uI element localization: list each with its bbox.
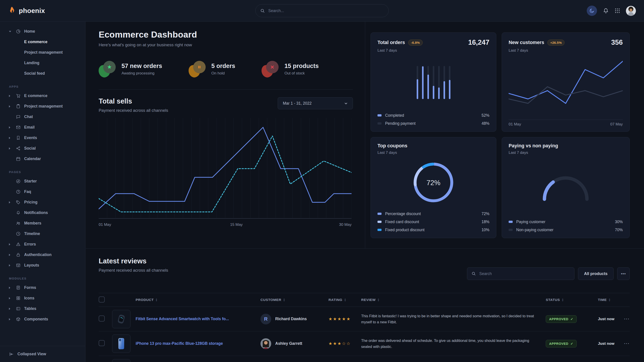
legend-swatch xyxy=(508,229,513,231)
legend-swatch xyxy=(378,213,382,215)
product-link[interactable]: iPhone 13 pro max-Pacific Blue-128GB sto… xyxy=(136,341,223,346)
sort-icon: ▲▼ xyxy=(608,298,611,302)
sidebar-subitem-social-feed[interactable]: Social feed xyxy=(0,68,85,79)
product-thumbnail[interactable] xyxy=(112,359,130,362)
sidebar-item-layouts[interactable]: Layouts xyxy=(0,260,85,271)
column-header-rating[interactable]: RATING▲▼ xyxy=(328,298,361,302)
collapse-sidebar-button[interactable]: Collapsed View xyxy=(0,346,85,362)
sidebar-item-e-commerce[interactable]: E commerce xyxy=(0,90,85,101)
column-header-time[interactable]: TIME▲▼ xyxy=(598,298,630,302)
sidebar-item-authentication[interactable]: Authentication xyxy=(0,250,85,260)
legend-label: Non-paying customer xyxy=(516,228,553,232)
more-options-button[interactable]: ••• xyxy=(617,267,630,280)
sidebar-item-members[interactable]: Members xyxy=(0,218,85,229)
sort-icon: ▲▼ xyxy=(378,298,380,302)
sidebar-item-label: Authentication xyxy=(24,252,52,257)
sidebar-section-label: APPS xyxy=(9,85,85,88)
logo[interactable]: phoenix xyxy=(8,6,45,15)
email-icon xyxy=(15,125,22,130)
sidebar-item-errors[interactable]: Errors xyxy=(0,239,85,250)
stat-value: 57 new orders xyxy=(122,63,162,69)
column-header-status[interactable]: STATUS▲▼ xyxy=(546,298,598,302)
new-customers-chart xyxy=(508,53,623,117)
app-screen: phoenix HomeE commerceProject management… xyxy=(0,0,644,362)
sidebar-item-components[interactable]: Components xyxy=(0,314,85,325)
navbar-actions xyxy=(587,5,636,16)
caret-right-icon xyxy=(9,137,15,139)
product-thumbnail[interactable] xyxy=(112,335,130,353)
sidebar-item-icons[interactable]: Icons xyxy=(0,293,85,304)
sidebar-subitem-project-management[interactable]: Project management xyxy=(0,47,85,58)
card-value: 16,247 xyxy=(468,38,490,46)
product-thumbnail[interactable] xyxy=(112,310,130,328)
card-value: 356 xyxy=(611,38,623,46)
notifications-button[interactable] xyxy=(603,8,609,14)
stats-row: 57 new ordersAwating processing5 ordersO… xyxy=(99,61,353,77)
sidebar-subitems: E commerceProject managementLandingSocia… xyxy=(0,37,85,79)
status-badge: APPROVED✓ xyxy=(546,340,577,348)
sidebar-item-starter[interactable]: Starter xyxy=(0,176,85,186)
row-menu-button[interactable]: ··· xyxy=(624,317,630,322)
sidebar-item-social[interactable]: Social xyxy=(0,143,85,154)
sidebar-subitem-landing[interactable]: Landing xyxy=(0,58,85,68)
sidebar-item-chat[interactable]: Chat xyxy=(0,112,85,122)
theme-toggle-button[interactable] xyxy=(587,5,597,16)
reviews-search-input[interactable] xyxy=(479,271,570,276)
calendar-icon xyxy=(15,156,22,161)
sidebar-item-project-management[interactable]: Project management xyxy=(0,101,85,112)
sidebar-subitem-label: Project management xyxy=(24,50,63,55)
sidebar-item-calendar[interactable]: Calendar xyxy=(0,154,85,164)
total-sells-chart xyxy=(99,118,353,220)
legend-item-non-paying-customer: Non-paying customer70% xyxy=(508,227,623,233)
search-input[interactable] xyxy=(268,8,384,13)
review-text: This Fitbit is fantastic! I was trying t… xyxy=(361,313,546,325)
sidebar-item-timeline[interactable]: Timeline xyxy=(0,229,85,239)
rating-stars: ★★★☆☆ xyxy=(328,341,361,346)
top-coupons-card: Top coupons Last 7 days 72% Percentage d… xyxy=(370,137,496,238)
collapse-icon xyxy=(9,352,14,357)
column-header-review[interactable]: REVIEW▲▼ xyxy=(361,298,546,302)
global-search[interactable] xyxy=(255,4,389,17)
apps-grid-icon[interactable] xyxy=(615,8,620,13)
legend-value: 30% xyxy=(615,220,623,224)
sidebar-item-pricing[interactable]: Pricing xyxy=(0,197,85,208)
legend-item-fixed-product-discount: Fixed product discount10% xyxy=(378,227,490,233)
column-header-customer[interactable]: CUSTOMER▲▼ xyxy=(260,298,328,302)
row-checkbox[interactable] xyxy=(99,316,105,322)
sidebar-item-notifications[interactable]: Notifications xyxy=(0,208,85,218)
sidebar-item-events[interactable]: Events xyxy=(0,133,85,143)
caret-right-icon xyxy=(9,318,15,321)
legend-value: 18% xyxy=(482,220,490,224)
x-label: 07 May xyxy=(610,122,623,127)
product-link[interactable]: Fitbit Sense Advanced Smartwatch with To… xyxy=(136,317,229,321)
sidebar-item-label: Email xyxy=(24,125,35,130)
column-header-product[interactable]: PRODUCT▲▼ xyxy=(136,298,260,302)
customer-avatar xyxy=(260,338,271,349)
sidebar-item-forms[interactable]: Forms xyxy=(0,282,85,293)
sidebar-item-home[interactable]: Home xyxy=(0,26,85,37)
stat-sublabel: Out of stock xyxy=(284,71,319,76)
sidebar-item-email[interactable]: Email xyxy=(0,122,85,133)
new-customers-card: New customers +26.5% 356 Last 7 days 01 … xyxy=(502,32,630,132)
sidebar-item-faq[interactable]: Faq xyxy=(0,186,85,197)
sidebar-subitem-e-commerce[interactable]: E commerce xyxy=(0,37,85,47)
profile-avatar[interactable] xyxy=(626,6,636,16)
total-orders-card: Total orders -6.8% 16,247 Last 7 days Co… xyxy=(370,32,496,132)
sidebar-item-tables[interactable]: Tables xyxy=(0,304,85,314)
select-all-checkbox[interactable] xyxy=(99,297,105,303)
caret-right-icon xyxy=(9,243,15,246)
clipboard-icon xyxy=(15,104,22,109)
card-period: Last 7 days xyxy=(378,150,490,155)
sidebar-section-label: PAGES xyxy=(9,170,85,174)
sidebar-item-label: Notifications xyxy=(24,210,48,215)
collapse-label: Collapsed View xyxy=(18,352,46,357)
caret-right-icon xyxy=(9,147,15,150)
date-range-select[interactable]: Mar 1 - 31, 2022 xyxy=(278,97,353,109)
row-menu-button[interactable]: ··· xyxy=(624,341,630,346)
all-products-button[interactable]: All products xyxy=(578,267,614,280)
row-checkbox[interactable] xyxy=(99,340,105,346)
reviews-search[interactable] xyxy=(467,267,574,280)
sidebar-item-label: Members xyxy=(24,221,42,226)
icons-icon xyxy=(15,296,22,301)
latest-reviews-section: Latest reviews Payment received across a… xyxy=(86,249,644,362)
